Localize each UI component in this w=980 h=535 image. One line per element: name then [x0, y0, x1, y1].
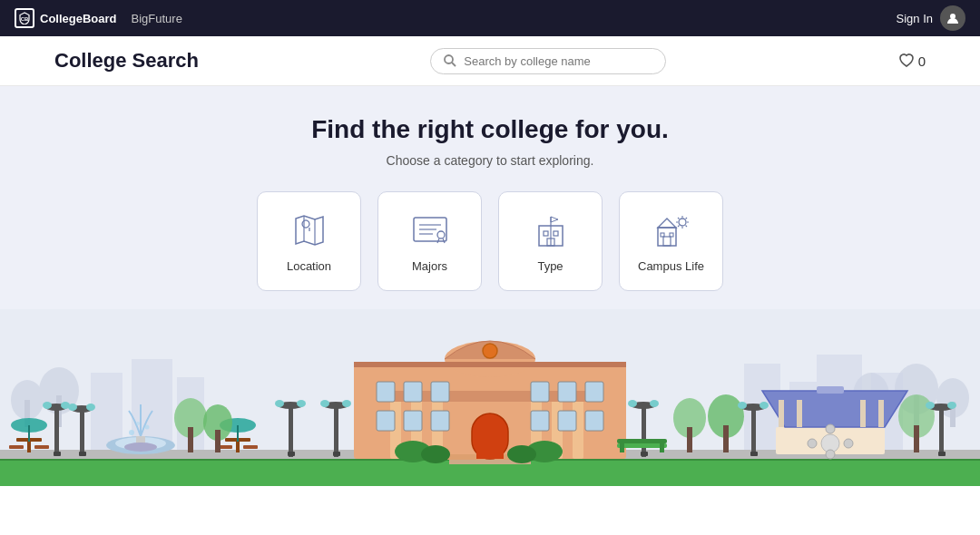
category-cards-row: Location Majors	[257, 191, 723, 291]
category-card-campus-life[interactable]: Campus Life	[619, 191, 723, 291]
svg-rect-116	[354, 362, 626, 367]
svg-rect-82	[289, 407, 293, 457]
svg-rect-139	[751, 409, 756, 456]
svg-rect-132	[660, 443, 664, 452]
svg-rect-55	[54, 409, 59, 454]
favorites-count: 0	[918, 54, 926, 69]
svg-point-84	[275, 400, 284, 407]
collegeboard-logo[interactable]: CB CollegeBoard	[15, 8, 117, 28]
svg-point-152	[844, 439, 853, 448]
svg-rect-106	[431, 382, 449, 402]
svg-point-68	[68, 404, 77, 411]
svg-rect-162	[333, 452, 340, 456]
user-avatar[interactable]	[940, 5, 965, 31]
svg-rect-104	[377, 382, 395, 402]
svg-point-120	[507, 445, 536, 463]
svg-line-33	[678, 225, 680, 227]
svg-rect-75	[34, 445, 49, 449]
svg-point-158	[947, 402, 956, 409]
type-label: Type	[537, 259, 563, 273]
svg-rect-113	[531, 411, 549, 431]
subheader: College Search 0	[0, 36, 980, 86]
svg-rect-145	[817, 386, 844, 394]
svg-text:CB: CB	[21, 16, 29, 22]
svg-rect-138	[914, 425, 919, 452]
campus-life-icon	[652, 210, 691, 250]
svg-point-128	[650, 400, 659, 407]
location-icon	[289, 210, 329, 250]
svg-rect-24	[670, 233, 673, 237]
svg-rect-16	[554, 231, 558, 236]
svg-rect-87	[188, 427, 193, 452]
svg-rect-66	[80, 411, 84, 454]
svg-point-124	[342, 400, 351, 407]
type-icon	[531, 210, 571, 250]
svg-rect-161	[288, 452, 295, 456]
svg-rect-114	[558, 411, 576, 431]
bigfuture-label[interactable]: BigFuture	[132, 12, 182, 25]
svg-line-32	[685, 218, 687, 219]
svg-rect-81	[243, 445, 258, 449]
svg-rect-105	[404, 382, 422, 402]
svg-point-10	[437, 231, 445, 238]
svg-line-31	[685, 225, 687, 227]
svg-rect-149	[878, 400, 884, 427]
search-icon	[444, 54, 456, 67]
favorites-button[interactable]: 0	[898, 53, 926, 69]
heart-icon	[898, 53, 915, 69]
campus-life-label: Campus Life	[638, 259, 704, 273]
hero-section: Find the right college for you. Choose a…	[0, 86, 980, 309]
svg-rect-109	[585, 382, 603, 402]
svg-rect-160	[79, 452, 86, 456]
svg-rect-111	[404, 411, 422, 431]
svg-point-154	[826, 450, 835, 459]
search-bar[interactable]	[430, 48, 666, 74]
svg-rect-134	[687, 427, 692, 452]
search-input[interactable]	[464, 54, 652, 68]
svg-point-153	[826, 424, 835, 433]
svg-rect-110	[377, 411, 395, 431]
svg-point-65	[124, 443, 157, 452]
hero-subtitle: Choose a category to start exploring.	[387, 153, 594, 168]
category-card-type[interactable]: Type	[498, 191, 603, 291]
svg-rect-15	[544, 231, 548, 236]
svg-rect-71	[27, 442, 31, 452]
svg-rect-165	[938, 452, 946, 456]
category-card-location[interactable]: Location	[257, 191, 361, 291]
svg-rect-163	[641, 452, 648, 456]
svg-rect-147	[797, 400, 802, 427]
svg-rect-125	[642, 407, 646, 457]
location-label: Location	[287, 259, 331, 273]
svg-rect-146	[779, 400, 784, 427]
svg-rect-107	[531, 382, 549, 402]
svg-point-85	[297, 400, 306, 407]
svg-line-3	[452, 63, 456, 66]
nav-right: Sign In	[897, 5, 965, 31]
svg-point-157	[926, 402, 935, 409]
sign-in-button[interactable]: Sign In	[897, 12, 933, 25]
page-title: College Search	[54, 49, 199, 73]
nav-left: CB CollegeBoard BigFuture	[15, 8, 182, 28]
svg-point-61	[129, 430, 134, 435]
svg-rect-130	[617, 439, 667, 443]
category-card-majors[interactable]: Majors	[377, 191, 482, 291]
svg-rect-121	[334, 407, 338, 457]
svg-point-118	[421, 445, 450, 463]
campus-illustration	[0, 309, 980, 486]
svg-rect-77	[236, 442, 240, 452]
svg-rect-155	[939, 409, 944, 456]
svg-rect-23	[661, 233, 664, 237]
svg-line-30	[678, 218, 680, 219]
svg-rect-79	[237, 425, 239, 442]
svg-rect-73	[28, 425, 30, 442]
svg-point-25	[679, 219, 686, 226]
collegeboard-text: CollegeBoard	[40, 12, 117, 25]
illustration-strip	[0, 309, 980, 486]
majors-icon	[410, 210, 450, 250]
svg-point-63	[136, 422, 140, 425]
svg-point-151	[808, 439, 817, 448]
svg-rect-89	[215, 430, 220, 452]
top-navigation: CB CollegeBoard BigFuture Sign In	[0, 0, 980, 36]
svg-rect-45	[744, 364, 780, 463]
svg-rect-108	[558, 382, 576, 402]
